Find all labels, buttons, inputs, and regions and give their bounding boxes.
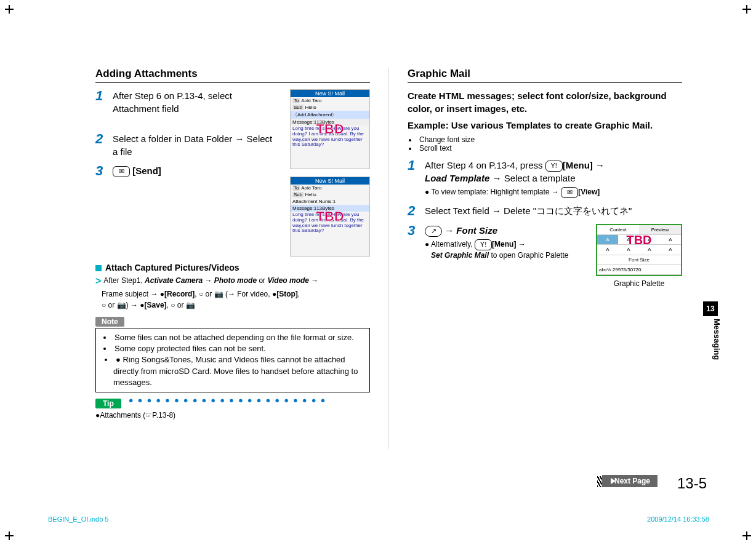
step-1-sub: ● To view template: Highlight template →…	[425, 187, 682, 198]
step-number: 2	[408, 204, 425, 218]
screenshot-new-mail-2: New S! Mail To Aoki Taro Sub Hello Attac…	[290, 177, 370, 257]
step-1: 1 After Step 6 on P.13-4, select Attachm…	[95, 89, 278, 115]
section-heading-right: Graphic Mail	[408, 68, 682, 83]
key-icon: ○	[102, 301, 106, 309]
tip-row: Tip ●●●●●●●●●●●●●●●●●●●●●●	[95, 392, 370, 408]
shot-to: To Aoki Taro	[291, 97, 369, 104]
camera-key-icon: 📷	[186, 301, 195, 309]
crop-mark	[5, 531, 14, 540]
note-item: ● Ring Songs&Tones, Music and Videos fil…	[113, 354, 363, 388]
call-key-icon: ↗	[425, 226, 442, 237]
step-text: ✉ [Send]	[113, 164, 278, 178]
step-number: 2	[95, 132, 113, 158]
tip-label: Tip	[95, 399, 121, 408]
step-text: After Step 6 on P.13-4, select Attachmen…	[113, 89, 278, 115]
left-column: Adding Attachments 1 After Step 6 on P.1…	[0, 68, 388, 449]
screenshot-new-mail-1: New S! Mail To Aoki Taro Sub Hello 〈Add …	[290, 89, 370, 169]
shot-sub: Sub Hello	[291, 191, 369, 198]
note-label: Note	[95, 317, 124, 327]
center-key-icon: ●	[140, 301, 144, 309]
mail-icon: ✉	[561, 187, 578, 198]
right-column: Graphic Mail Create HTML messages; selec…	[388, 68, 756, 449]
step-text: Select a folder in Data Folder → Select …	[113, 132, 278, 158]
step-number: 3	[95, 164, 113, 178]
tbd-overlay: TBD	[316, 209, 344, 225]
palette-bottom: abc½ 29978/30720	[597, 265, 681, 274]
dots-decoration: ●●●●●●●●●●●●●●●●●●●●●●	[129, 396, 330, 405]
palette-label: Font Size	[597, 255, 681, 265]
tbd-overlay: TBD	[316, 121, 344, 137]
camera-instructions: >After Step1, Activate Camera → Photo mo…	[95, 274, 370, 311]
step-number: 3	[408, 224, 425, 289]
note-item: Some files can not be attached depending…	[103, 332, 363, 343]
palette-caption: Graphic Palette	[596, 279, 682, 289]
camera-key-icon: 📷	[117, 301, 126, 309]
chapter-tab: 13	[703, 301, 718, 316]
intro-bullet: Change font size	[409, 135, 682, 144]
send-label: [Send]	[132, 165, 161, 176]
shot-title: New S! Mail	[291, 177, 369, 185]
footer-timestamp: 2009/12/14 16:33:58	[647, 515, 709, 523]
shot-sub: Sub Hello	[291, 104, 369, 111]
key-icon: ○	[171, 301, 175, 309]
sub-heading: Attach Captured Pictures/Videos	[95, 263, 370, 272]
y-key-icon: Y!	[475, 239, 492, 250]
graphic-palette-figure: ContextPreview AAAA AAAA Font Size abc½ …	[596, 224, 682, 289]
step-text: ↗ → Font Size ● Alternatively, Y![Menu] …	[425, 224, 682, 289]
shot-to: To Aoki Taro	[291, 185, 369, 191]
chevron-icon: >	[95, 274, 101, 288]
step-3: 3 ↗ → Font Size ● Alternatively, Y![Menu…	[408, 224, 682, 289]
shot-attach: Attachment Nums:1	[291, 198, 369, 205]
step-3: 3 ✉ [Send]	[95, 164, 278, 178]
chapter-label: Messaging	[712, 319, 722, 360]
step-2: 2 Select a folder in Data Folder → Selec…	[95, 132, 278, 158]
next-page-badge: Next Page	[602, 475, 657, 487]
step-3-sub: ● Alternatively, Y![Menu] → Set Graphic …	[425, 239, 590, 261]
square-bullet-icon	[95, 265, 102, 271]
step-1: 1 After Step 4 on P.13-4, press Y![Menu]…	[408, 159, 682, 198]
step-number: 1	[95, 89, 113, 115]
mail-icon: ✉	[113, 166, 130, 177]
intro-1: Create HTML messages; select font color/…	[408, 89, 682, 115]
shot-attach: 〈Add Attachment〉	[291, 111, 369, 119]
tbd-overlay: TBD	[626, 231, 651, 249]
note-item: Some copy protected files can not be sen…	[103, 343, 363, 354]
footer-file: BEGIN_E_OI.indb 5	[48, 515, 108, 523]
center-key-icon: ●	[160, 290, 164, 298]
section-heading-left: Adding Attachments	[95, 68, 370, 83]
camera-key-icon: 📷	[214, 290, 223, 298]
intro-bullet: Scroll text	[409, 144, 682, 153]
key-icon: ○	[199, 290, 203, 298]
crop-mark	[742, 531, 751, 540]
step-text: After Step 4 on P.13-4, press Y![Menu] →…	[425, 159, 682, 198]
y-key-icon: Y!	[545, 161, 563, 172]
note-box: Some files can not be attached depending…	[95, 328, 370, 392]
step-number: 1	[408, 159, 425, 198]
intro-2: Example: Use various Templates to create…	[408, 119, 682, 132]
step-text: Select Text field → Delete "ココに文字をいれてネ"	[425, 204, 682, 218]
tip-text: ●Attachments (☞P.13-8)	[95, 411, 370, 420]
shot-title: New S! Mail	[291, 90, 369, 97]
page-number: 13-5	[677, 475, 707, 492]
step-2: 2 Select Text field → Delete "ココに文字をいれてネ…	[408, 204, 682, 218]
